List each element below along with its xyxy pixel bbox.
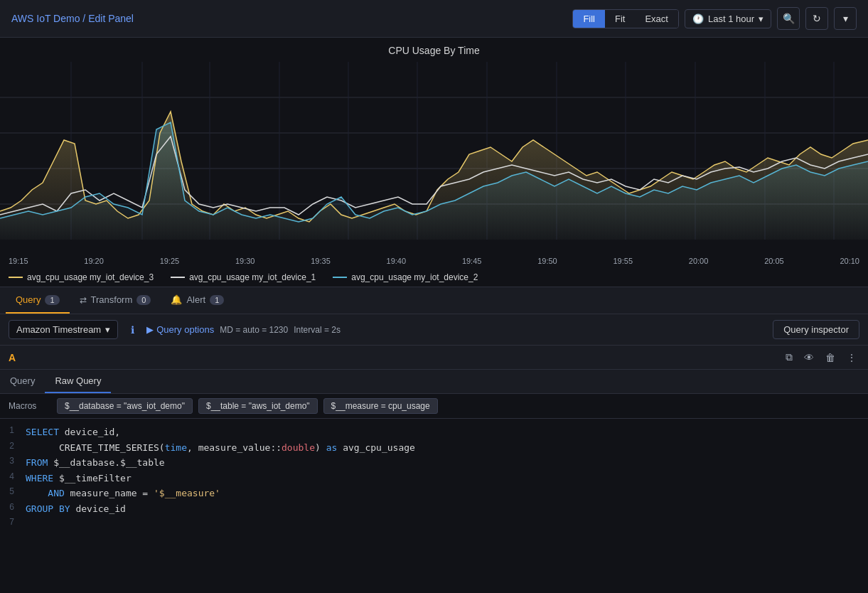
macros-row: Macros $__database = "aws_iot_demo" $__t… <box>0 394 868 419</box>
copy-icon: ⧉ <box>786 351 793 363</box>
info-icon: ℹ <box>131 324 134 336</box>
x-label-7: 19:50 <box>537 257 557 265</box>
main-tabs: Query 1 ⇄ Transform 0 🔔 Alert 1 <box>0 287 868 314</box>
top-bar: AWS IoT Demo / Edit Panel Fill Fit Exact… <box>0 0 868 38</box>
code-text-1: device_id, <box>65 427 120 437</box>
query-interval: Interval = 2s <box>294 325 341 335</box>
query-editor: A ⧉ 👁 🗑 ⋮ Query Raw Query Macros $__data… <box>0 346 868 536</box>
legend-item-1: avg_cpu_usage my_iot_device_1 <box>171 272 316 282</box>
tab-query-badge: 1 <box>45 295 59 305</box>
keyword-groupby: GROUP BY <box>26 503 70 514</box>
x-label-10: 20:05 <box>764 257 784 265</box>
datasource-info-button[interactable]: ℹ <box>124 321 141 338</box>
top-controls: Fill Fit Exact 🕐 Last 1 hour ▾ 🔍 ↻ ▾ <box>572 7 857 30</box>
line-num-7: 7 <box>0 517 26 527</box>
code-content-1: SELECT device_id, <box>26 425 120 439</box>
zoom-out-button[interactable]: 🔍 <box>777 7 800 30</box>
query-bar: Amazon Timestream ▾ ℹ ▶ Query options MD… <box>0 314 868 346</box>
refresh-icon: ↻ <box>813 13 821 24</box>
code-line-4: 4 WHERE $__timeFilter <box>0 471 868 486</box>
macro-tag-1[interactable]: $__table = "aws_iot_demo" <box>198 398 318 414</box>
tab-query-label: Query <box>16 294 41 305</box>
keyword-from: FROM <box>26 457 48 468</box>
zoom-icon: 🔍 <box>783 13 795 24</box>
tab-alert-badge: 1 <box>210 295 224 305</box>
tab-transform[interactable]: ⇄ Transform 0 <box>70 287 161 314</box>
query-md: MD = auto = 1230 <box>220 325 288 335</box>
x-label-11: 20:10 <box>840 257 859 265</box>
breadcrumb: AWS IoT Demo / Edit Panel <box>11 13 134 24</box>
query-editor-tabs: Query Raw Query <box>0 370 868 394</box>
code-groupby-val: device_id <box>75 503 125 514</box>
code-indent-5 <box>26 488 48 498</box>
keyword-select: SELECT <box>26 427 59 437</box>
line-num-2: 2 <box>0 441 26 451</box>
more-options-button[interactable]: ▾ <box>834 7 857 30</box>
chart-container: CPU Usage By Time <box>0 38 868 287</box>
time-label: Last 1 hour <box>708 14 754 24</box>
line-num-5: 5 <box>0 486 26 496</box>
chevron-down-icon-2: ▾ <box>843 13 848 24</box>
breadcrumb-current: Edit Panel <box>88 13 134 24</box>
fill-button[interactable]: Fill <box>573 10 605 28</box>
more-button[interactable]: ⋮ <box>844 350 859 365</box>
code-close-2: ) <box>315 442 326 453</box>
code-content-6: GROUP BY device_id <box>26 502 126 516</box>
keyword-where: WHERE <box>26 473 53 484</box>
clock-icon: 🕐 <box>692 14 704 24</box>
copy-button[interactable]: ⧉ <box>783 350 795 365</box>
legend-item-0: avg_cpu_usage my_iot_device_3 <box>9 272 154 282</box>
breadcrumb-sep: / <box>82 13 88 24</box>
chart-legend: avg_cpu_usage my_iot_device_3 avg_cpu_us… <box>0 268 868 287</box>
x-label-8: 19:55 <box>614 257 633 265</box>
x-label-1: 19:20 <box>84 257 104 265</box>
eye-icon: 👁 <box>804 352 814 363</box>
datasource-select[interactable]: Amazon Timestream ▾ <box>9 320 118 339</box>
line-num-1: 1 <box>0 425 26 435</box>
x-label-4: 19:35 <box>311 257 331 265</box>
datasource-label: Amazon Timestream <box>16 324 101 335</box>
visibility-button[interactable]: 👁 <box>801 350 817 365</box>
chevron-right-icon: ▶ <box>146 324 154 335</box>
macro-tag-2[interactable]: $__measure = cpu_usage <box>323 398 438 414</box>
line-num-4: 4 <box>0 471 26 481</box>
query-tab-raw[interactable]: Raw Query <box>45 370 111 393</box>
x-label-0: 19:15 <box>9 257 28 265</box>
tab-alert[interactable]: 🔔 Alert 1 <box>161 287 234 314</box>
code-from-val: $__database.$__table <box>53 457 165 468</box>
tab-query[interactable]: Query 1 <box>6 287 70 314</box>
datasource-chevron-icon: ▾ <box>105 324 110 335</box>
code-content-2: CREATE_TIME_SERIES(time, measure_value::… <box>26 441 415 455</box>
query-tab-query[interactable]: Query <box>0 370 45 393</box>
tab-transform-badge: 0 <box>136 295 151 305</box>
code-content-3: FROM $__database.$__table <box>26 456 165 470</box>
view-mode-group: Fill Fit Exact <box>572 9 679 28</box>
code-area: 1 SELECT device_id, 2 CREATE_TIME_SERIES… <box>0 419 868 536</box>
code-line-2: 2 CREATE_TIME_SERIES(time, measure_value… <box>0 440 868 456</box>
x-label-2: 19:25 <box>160 257 180 265</box>
fit-button[interactable]: Fit <box>605 10 635 28</box>
delete-button[interactable]: 🗑 <box>823 350 838 365</box>
time-picker[interactable]: 🕐 Last 1 hour ▾ <box>685 9 771 28</box>
trash-icon: 🗑 <box>825 352 835 363</box>
breadcrumb-link[interactable]: AWS IoT Demo <box>11 13 80 24</box>
query-options-label: Query options <box>156 324 214 335</box>
code-str-5: '$__measure' <box>154 488 220 498</box>
line-num-6: 6 <box>0 502 26 512</box>
code-where-val: $__timeFilter <box>59 473 132 484</box>
code-line-3: 3 FROM $__database.$__table <box>0 455 868 471</box>
legend-label-0: avg_cpu_usage my_iot_device_3 <box>27 272 154 282</box>
refresh-button[interactable]: ↻ <box>805 7 828 30</box>
x-label-9: 20:00 <box>689 257 709 265</box>
exact-button[interactable]: Exact <box>635 10 678 28</box>
query-inspector-button[interactable]: Query inspector <box>773 320 859 339</box>
keyword-time: time <box>165 442 187 453</box>
macro-tag-0[interactable]: $__database = "aws_iot_demo" <box>57 398 193 414</box>
chevron-down-icon: ▾ <box>759 14 763 24</box>
code-indent-2: CREATE_TIME_SERIES( <box>26 442 165 453</box>
query-options-button[interactable]: ▶ Query options <box>146 324 214 335</box>
chart-title: CPU Usage By Time <box>0 45 868 62</box>
code-line-6: 6 GROUP BY device_id <box>0 501 868 517</box>
code-comma-2: , measure_value:: <box>187 442 282 453</box>
dots-icon: ⋮ <box>847 352 857 363</box>
